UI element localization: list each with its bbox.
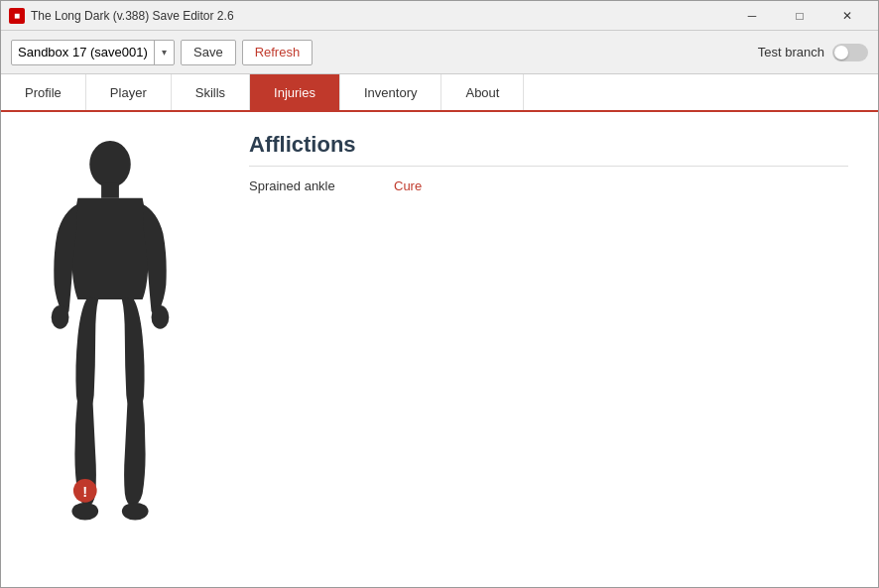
save-slot-dropdown-arrow[interactable]: ▾ bbox=[154, 41, 174, 64]
affliction-name: Sprained ankle bbox=[249, 178, 378, 193]
main-content: ! Afflictions Sprained ankle Cure bbox=[1, 112, 878, 588]
app-icon: ■ bbox=[9, 8, 25, 24]
svg-point-5 bbox=[122, 502, 149, 520]
svg-rect-1 bbox=[101, 182, 119, 197]
save-slot-wrapper[interactable]: Sandbox 17 (save001) ▾ bbox=[11, 40, 175, 65]
body-figure: ! bbox=[1, 112, 219, 588]
svg-point-0 bbox=[89, 140, 131, 186]
tab-player[interactable]: Player bbox=[86, 74, 172, 110]
tab-inventory[interactable]: Inventory bbox=[340, 74, 441, 110]
tabs-bar: Profile Player Skills Injuries Inventory… bbox=[1, 74, 878, 112]
tab-profile[interactable]: Profile bbox=[1, 74, 86, 110]
maximize-button[interactable]: □ bbox=[777, 1, 822, 31]
toggle-thumb bbox=[834, 46, 848, 59]
tab-skills[interactable]: Skills bbox=[172, 74, 250, 110]
afflictions-title: Afflictions bbox=[249, 132, 848, 167]
window-title: The Long Dark (v.388) Save Editor 2.6 bbox=[31, 9, 234, 23]
save-slot-select[interactable]: Sandbox 17 (save001) bbox=[12, 41, 154, 64]
affliction-row: Sprained ankle Cure bbox=[249, 178, 848, 193]
test-branch-label: Test branch bbox=[758, 45, 824, 59]
save-button[interactable]: Save bbox=[181, 40, 236, 65]
title-bar: ■ The Long Dark (v.388) Save Editor 2.6 … bbox=[1, 1, 878, 31]
afflictions-panel: Afflictions Sprained ankle Cure bbox=[219, 112, 878, 588]
cure-button[interactable]: Cure bbox=[394, 178, 422, 193]
close-button[interactable]: ✕ bbox=[824, 1, 870, 31]
toolbar: Sandbox 17 (save001) ▾ Save Refresh Test… bbox=[1, 31, 878, 74]
title-bar-left: ■ The Long Dark (v.388) Save Editor 2.6 bbox=[9, 8, 234, 24]
refresh-button[interactable]: Refresh bbox=[242, 40, 314, 65]
svg-point-3 bbox=[152, 305, 170, 329]
title-bar-controls: ─ □ ✕ bbox=[729, 1, 870, 31]
svg-point-2 bbox=[52, 305, 69, 329]
tab-injuries[interactable]: Injuries bbox=[250, 74, 340, 110]
svg-point-4 bbox=[71, 502, 98, 520]
tab-about[interactable]: About bbox=[441, 74, 524, 110]
minimize-button[interactable]: ─ bbox=[729, 1, 775, 31]
test-branch-wrapper: Test branch bbox=[758, 44, 868, 61]
human-silhouette: ! bbox=[31, 138, 189, 564]
svg-text:!: ! bbox=[82, 483, 87, 499]
test-branch-toggle[interactable] bbox=[832, 44, 868, 61]
